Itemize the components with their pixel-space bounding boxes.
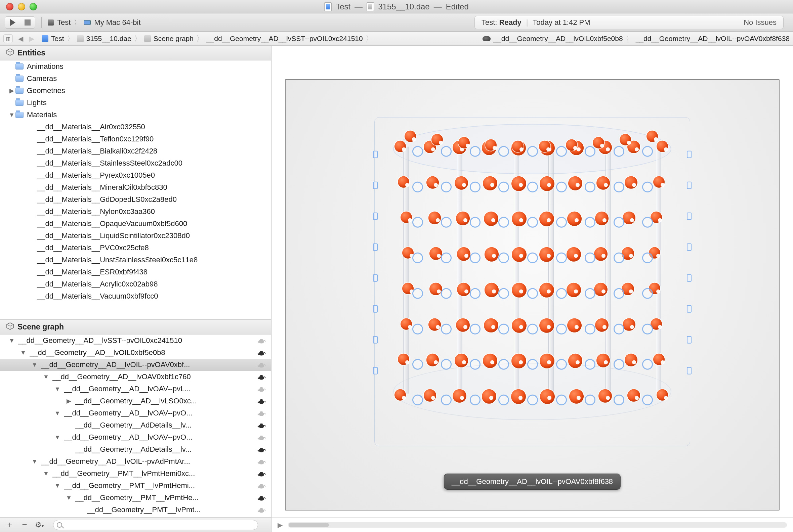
- disclosure-icon[interactable]: ▼: [42, 374, 50, 381]
- scene-row[interactable]: ▼__dd__Geometry__PMT__lvPmtHemi...: [0, 480, 271, 492]
- jumpbar-item[interactable]: Test: [51, 35, 64, 43]
- pmt-ring: [412, 146, 423, 157]
- material-row[interactable]: __dd__Materials__StainlessSteel0xc2adc00: [0, 157, 271, 169]
- material-row[interactable]: __dd__Materials__LiquidScintillator0xc23…: [0, 230, 271, 242]
- folder-icon: [16, 63, 23, 70]
- svg-point-2: [259, 340, 264, 344]
- svg-rect-25: [260, 472, 263, 473]
- disclosure-icon[interactable]: ▼: [54, 385, 61, 393]
- node-icon: [257, 471, 265, 476]
- pmt-ring: [527, 323, 538, 334]
- jumpbar-item[interactable]: __dd__Geometry__AD__lvOIL--pvOAV0xbf8f63…: [636, 35, 790, 43]
- gear-icon[interactable]: ⚙︎▾: [34, 520, 44, 529]
- scene-row[interactable]: ▼__dd__Geometry__AD__lvSST--pvOIL0xc2415…: [0, 335, 271, 347]
- timeline-scrollbar[interactable]: [288, 522, 787, 528]
- scheme-selector[interactable]: Test 〉 My Mac 64-bit: [48, 18, 141, 27]
- disclosure-icon[interactable]: ▼: [65, 494, 73, 501]
- material-row[interactable]: __dd__Materials__ESR0xbf9f438: [0, 266, 271, 278]
- entities-tree[interactable]: AnimationsCameras▶GeometriesLights▼Mater…: [0, 60, 271, 320]
- material-row[interactable]: __dd__Materials__Bialkali0xc2f2428: [0, 145, 271, 157]
- disclosure-icon[interactable]: ▼: [42, 470, 50, 477]
- node-icon: [257, 362, 265, 367]
- disclosure-icon[interactable]: ▼: [19, 349, 27, 356]
- chevron-right-icon: 〉: [74, 18, 81, 27]
- disclosure-icon[interactable]: ▶: [8, 87, 16, 94]
- filter-field[interactable]: [53, 520, 258, 530]
- pmt-sphere: [402, 247, 413, 259]
- pmt-ring: [613, 217, 624, 228]
- entities-row[interactable]: Lights: [0, 97, 271, 109]
- material-label: __dd__Materials__OpaqueVacuum0xbf5d600: [37, 219, 187, 228]
- disclosure-icon[interactable]: ▼: [54, 434, 61, 441]
- scene-row[interactable]: __dd__Geometry__AdDetails__lv...: [0, 419, 271, 431]
- scene-row[interactable]: __dd__Geometry__AdDetails__lv...: [0, 443, 271, 455]
- disclosure-icon[interactable]: ▼: [31, 361, 38, 368]
- close-window-button[interactable]: [6, 3, 14, 11]
- pmt-ring: [412, 395, 423, 405]
- scene-row[interactable]: ▼__dd__Geometry__AD__lvOAV--pvO...: [0, 407, 271, 419]
- scene-row[interactable]: ▼__dd__Geometry__AD__lvOAV--pvL...: [0, 383, 271, 395]
- jumpbar-item[interactable]: Scene graph: [153, 35, 193, 43]
- scene-row[interactable]: ▼__dd__Geometry__AD__lvOIL--pvAdPmtAr...: [0, 455, 271, 468]
- material-row[interactable]: __dd__Materials__MineralOil0xbf5c830: [0, 182, 271, 193]
- disclosure-icon[interactable]: ▶: [65, 397, 73, 405]
- disclosure-icon[interactable]: ▼: [8, 337, 16, 344]
- material-row[interactable]: __dd__Materials__UnstStainlessSteel0xc5c…: [0, 254, 271, 266]
- filter-search: [53, 520, 258, 530]
- minimize-window-button[interactable]: [18, 3, 25, 11]
- material-row[interactable]: __dd__Materials__Vacuum0xbf9fcc0: [0, 290, 271, 302]
- jumpbar-item[interactable]: __dd__Geometry__AD__lvOIL0xbf5e0b8: [493, 35, 623, 43]
- pmt-sphere: [540, 389, 555, 404]
- material-label: __dd__Materials__LiquidScintillator0xc23…: [37, 231, 190, 240]
- material-row[interactable]: __dd__Materials__PVC0xc25cfe8: [0, 242, 271, 254]
- scene-row[interactable]: ▼__dd__Geometry__AD__lvOAV0xbf1c760: [0, 371, 271, 383]
- material-row[interactable]: __dd__Materials__GdDopedLS0xc2a8ed0: [0, 193, 271, 206]
- svg-rect-9: [260, 375, 263, 377]
- scene-row[interactable]: ▼__dd__Geometry__AD__lvOIL0xbf5e0b8: [0, 347, 271, 359]
- scene-row[interactable]: __dd__Geometry__PMT__lvPmt...: [0, 504, 271, 516]
- scene-row[interactable]: ▼__dd__Geometry__PMT__lvPmtHe...: [0, 492, 271, 504]
- disclosure-icon[interactable]: ▼: [31, 458, 38, 465]
- scene-graph-tree[interactable]: ▼__dd__Geometry__AD__lvSST--pvOIL0xc2415…: [0, 335, 271, 517]
- scene-row-label: __dd__Geometry__AD__lvOIL--pvOAV0xbf...: [41, 360, 257, 369]
- scene-row[interactable]: ▼__dd__Geometry__AD__lvOAV--pvO...: [0, 431, 271, 443]
- activity-status[interactable]: Test: Ready | Today at 1:42 PM No Issues: [475, 16, 783, 29]
- jumpbar-item[interactable]: __dd__Geometry__AD__lvSST--pvOIL0xc24151…: [206, 35, 363, 43]
- entities-row[interactable]: Animations: [0, 60, 271, 73]
- run-button[interactable]: [5, 17, 20, 28]
- pmt-sphere: [623, 212, 635, 224]
- zoom-window-button[interactable]: [30, 3, 37, 11]
- material-row[interactable]: __dd__Materials__Acrylic0xc02ab98: [0, 278, 271, 290]
- svg-point-8: [259, 376, 264, 380]
- scene-row[interactable]: ▼__dd__Geometry__AD__lvOIL--pvOAV0xbf...: [0, 359, 271, 371]
- nav-forward-button[interactable]: ▶: [29, 35, 34, 43]
- disclosure-icon[interactable]: ▼: [8, 112, 16, 118]
- entities-row[interactable]: ▼Materials: [0, 109, 271, 121]
- scene-row[interactable]: ▶__dd__Geometry__AD__lvLSO0xc...: [0, 395, 271, 407]
- timeline-play-button[interactable]: ▶: [278, 521, 282, 529]
- svg-rect-21: [260, 448, 263, 449]
- svg-rect-29: [260, 496, 263, 497]
- material-row[interactable]: __dd__Materials__Teflon0xc129f90: [0, 133, 271, 145]
- related-items-button[interactable]: ▥: [3, 34, 13, 43]
- material-row[interactable]: __dd__Materials__Pyrex0xc1005e0: [0, 169, 271, 182]
- material-row[interactable]: __dd__Materials__Air0xc032550: [0, 121, 271, 133]
- pmt-ring: [613, 395, 624, 405]
- jumpbar-item[interactable]: 3155__10.dae: [86, 35, 131, 43]
- remove-button[interactable]: −: [19, 519, 30, 530]
- disclosure-icon[interactable]: ▼: [54, 482, 61, 489]
- stop-button[interactable]: [20, 17, 35, 28]
- material-row[interactable]: __dd__Materials__Nylon0xc3aa360: [0, 206, 271, 217]
- entities-row[interactable]: Cameras: [0, 73, 271, 84]
- pmt-sphere: [483, 176, 497, 191]
- svg-rect-19: [260, 436, 263, 437]
- nav-back-button[interactable]: ◀: [18, 35, 23, 43]
- add-button[interactable]: +: [5, 519, 15, 530]
- entities-row[interactable]: ▶Geometries: [0, 84, 271, 97]
- disclosure-icon[interactable]: ▼: [54, 410, 61, 417]
- node-icon: [257, 459, 265, 464]
- scene-row[interactable]: ▼__dd__Geometry__PMT__lvPmtHemi0xc...: [0, 468, 271, 480]
- scene-viewport[interactable]: __dd__Geometry__AD__lvOIL--pvOAV0xbf8f63…: [285, 79, 779, 511]
- material-row[interactable]: __dd__Materials__OpaqueVacuum0xbf5d600: [0, 217, 271, 230]
- project-icon: [324, 2, 332, 11]
